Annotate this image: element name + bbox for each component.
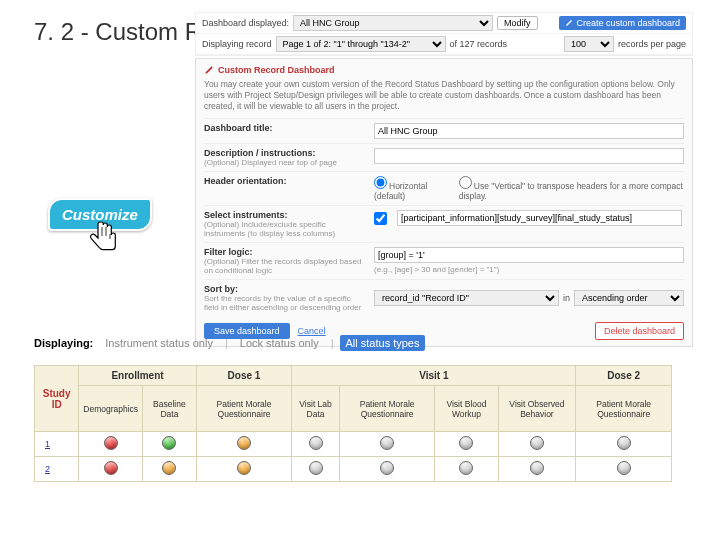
create-dashboard-button[interactable]: Create custom dashboard (559, 16, 686, 30)
status-dot-gray (617, 461, 631, 475)
row-instruments: Select instruments: (Optional) Include/e… (204, 205, 684, 242)
config-heading: Custom Record Dashboard (204, 65, 684, 75)
status-cell[interactable] (196, 457, 292, 482)
radio-horizontal-label[interactable]: Horizontal (default) (374, 176, 451, 201)
status-cell[interactable] (498, 432, 576, 457)
status-cell[interactable] (196, 432, 292, 457)
col-pmq-dose1: Patient Morale Questionnaire (196, 386, 292, 432)
custom-dashboard-config: Custom Record Dashboard You may create y… (195, 58, 693, 347)
check-instruments[interactable] (374, 212, 387, 225)
status-cell[interactable] (143, 432, 197, 457)
displaying-tabs: Displaying: Instrument status only | Loc… (34, 335, 425, 351)
input-dashboard-title[interactable] (374, 123, 684, 139)
group-visit1: Visit 1 (292, 366, 576, 386)
label-instruments: Select instruments: (204, 210, 366, 220)
filter-hint: (e.g., [age] > 30 and [gender] = "1") (374, 265, 684, 274)
radio-vertical[interactable] (459, 176, 472, 189)
col-baseline: Baseline Data (143, 386, 197, 432)
input-instruments[interactable] (397, 210, 682, 226)
row-orientation: Header orientation: Horizontal (default)… (204, 171, 684, 205)
row-filter: Filter logic: (Optional) Filter the reco… (204, 242, 684, 279)
table-body: 12 (35, 432, 672, 482)
modify-button[interactable]: Modify (497, 16, 538, 30)
table-group-row: Study ID Enrollment Dose 1 Visit 1 Dose … (35, 366, 672, 386)
status-cell[interactable] (498, 457, 576, 482)
col-lab: Visit Lab Data (292, 386, 339, 432)
sublabel-description: (Optional) Displayed near top of page (204, 158, 366, 167)
radio-vertical-label[interactable]: Use "Vertical" to transpose headers for … (459, 176, 684, 201)
sublabel-sort: Sort the records by the value of a speci… (204, 294, 366, 312)
col-pmq-visit1: Patient Morale Questionnaire (339, 386, 435, 432)
status-dot-orange (237, 436, 251, 450)
status-dot-orange (162, 461, 176, 475)
record-id-link[interactable]: 2 (35, 457, 79, 482)
label-sort: Sort by: (204, 284, 366, 294)
status-dot-red (104, 461, 118, 475)
row-dashboard-title: Dashboard title: (204, 118, 684, 143)
pencil-icon (565, 19, 573, 27)
record-id-link[interactable]: 1 (35, 432, 79, 457)
group-dose2: Dose 2 (576, 366, 672, 386)
config-description: You may create your own custom version o… (204, 79, 684, 112)
status-dot-gray (459, 436, 473, 450)
hand-cursor-icon (82, 218, 124, 266)
group-dose1: Dose 1 (196, 366, 292, 386)
status-dot-gray (309, 436, 323, 450)
radio-vertical-text: Use "Vertical" to transpose headers for … (459, 181, 683, 201)
col-study-id: Study ID (35, 366, 79, 432)
tab-all-status[interactable]: All status types (340, 335, 426, 351)
status-cell[interactable] (79, 457, 143, 482)
status-cell[interactable] (339, 457, 435, 482)
label-filter: Filter logic: (204, 247, 366, 257)
status-cell[interactable] (576, 432, 672, 457)
row-description: Description / instructions: (Optional) D… (204, 143, 684, 171)
radio-horizontal[interactable] (374, 176, 387, 189)
status-dot-gray (380, 436, 394, 450)
status-cell[interactable] (292, 457, 339, 482)
status-dot-gray (459, 461, 473, 475)
displaying-label: Displaying: (34, 337, 93, 349)
row-sort: Sort by: Sort the records by the value o… (204, 279, 684, 316)
input-filter[interactable] (374, 247, 684, 263)
sublabel-filter: (Optional) Filter the records displayed … (204, 257, 366, 275)
status-cell[interactable] (79, 432, 143, 457)
input-description[interactable] (374, 148, 684, 164)
divider: | (331, 337, 334, 349)
create-dashboard-label: Create custom dashboard (576, 18, 680, 28)
perpage-select[interactable]: 100 (564, 36, 614, 52)
table-row: 1 (35, 432, 672, 457)
status-dot-orange (237, 461, 251, 475)
status-dot-green (162, 436, 176, 450)
delete-dashboard-button[interactable]: Delete dashboard (595, 322, 684, 340)
dashboard-displayed-row: Dashboard displayed: All HNC Group Modif… (196, 13, 692, 34)
status-cell[interactable] (292, 432, 339, 457)
status-cell[interactable] (435, 457, 498, 482)
select-sort-field[interactable]: record_id "Record ID" (374, 290, 559, 306)
displaying-record-row: Displaying record Page 1 of 2: "1" throu… (196, 34, 692, 55)
dashboard-select[interactable]: All HNC Group (293, 15, 493, 31)
status-cell[interactable] (576, 457, 672, 482)
group-enrollment: Enrollment (79, 366, 196, 386)
status-dot-gray (380, 461, 394, 475)
status-cell[interactable] (339, 432, 435, 457)
status-cell[interactable] (435, 432, 498, 457)
status-dot-gray (617, 436, 631, 450)
status-dot-red (104, 436, 118, 450)
pencil-icon (204, 65, 214, 75)
label-description: Description / instructions: (204, 148, 366, 158)
tab-lock-status[interactable]: Lock status only (234, 335, 325, 351)
dashboard-displayed-label: Dashboard displayed: (202, 18, 289, 28)
status-dot-gray (530, 436, 544, 450)
select-sort-dir[interactable]: Ascending order (574, 290, 684, 306)
status-dot-gray (309, 461, 323, 475)
config-heading-text: Custom Record Dashboard (218, 65, 335, 75)
record-status-table: Study ID Enrollment Dose 1 Visit 1 Dose … (34, 365, 672, 482)
page-select[interactable]: Page 1 of 2: "1" through "134-2" (276, 36, 446, 52)
tab-instrument-status[interactable]: Instrument status only (99, 335, 219, 351)
sublabel-instruments: (Optional) Include/exclude specific inst… (204, 220, 366, 238)
divider: | (225, 337, 228, 349)
col-pmq-dose2: Patient Morale Questionnaire (576, 386, 672, 432)
table-row: 2 (35, 457, 672, 482)
status-cell[interactable] (143, 457, 197, 482)
dashboard-top-panel: Dashboard displayed: All HNC Group Modif… (195, 12, 693, 56)
